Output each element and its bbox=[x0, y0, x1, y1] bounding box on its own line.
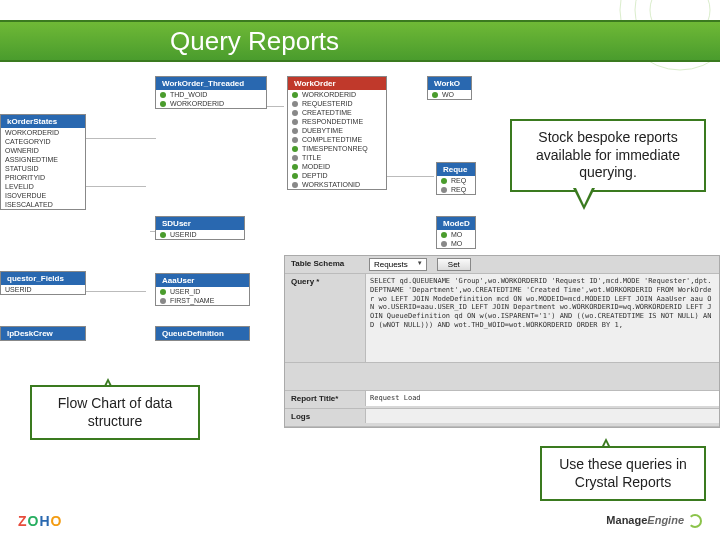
entity-header: AaaUser bbox=[156, 274, 249, 287]
logs-output bbox=[365, 409, 719, 423]
entity-field: FIRST_NAME bbox=[156, 296, 249, 305]
logs-label: Logs bbox=[285, 409, 365, 424]
table-schema-row: Table Schema Requests Set bbox=[285, 256, 719, 274]
entity-questorfields[interactable]: questor_Fields USERID bbox=[0, 271, 86, 295]
report-title-input[interactable]: Request Load bbox=[365, 391, 719, 406]
connector-line bbox=[380, 176, 434, 177]
field-icon bbox=[292, 128, 298, 134]
key-icon bbox=[292, 146, 298, 152]
key-icon bbox=[160, 232, 166, 238]
field-icon bbox=[292, 155, 298, 161]
callout-crystal-reports: Use these queries in Crystal Reports bbox=[540, 446, 706, 501]
entity-field: MODEID bbox=[288, 162, 386, 171]
entity-aaauser[interactable]: AaaUser USER_ID FIRST_NAME bbox=[155, 273, 250, 306]
entity-field: WORKORDERID bbox=[288, 90, 386, 99]
entity-field: WORKSTATIONID bbox=[288, 180, 386, 189]
callout-arrow-icon bbox=[573, 188, 595, 210]
entity-moded[interactable]: ModeD MO MO bbox=[436, 216, 476, 249]
entity-field: STATUSID bbox=[1, 164, 85, 173]
page-title: Query Reports bbox=[170, 26, 339, 57]
entity-field: REQ bbox=[437, 185, 475, 194]
entity-field: CREATEDTIME bbox=[288, 108, 386, 117]
entity-field: RESPONDEDTIME bbox=[288, 117, 386, 126]
entity-field: PRIORITYID bbox=[1, 173, 85, 182]
entity-field: ASSIGNEDTIME bbox=[1, 155, 85, 164]
entity-korderstates[interactable]: kOrderStates WORKORDERID CATEGORYID OWNE… bbox=[0, 114, 86, 210]
swirl-icon bbox=[688, 514, 702, 528]
entity-header: WorkOrder bbox=[288, 77, 386, 90]
entity-workorder[interactable]: WorkOrder WORKORDERID REQUESTERID CREATE… bbox=[287, 76, 387, 190]
key-icon bbox=[292, 173, 298, 179]
connector-line bbox=[86, 291, 146, 292]
entity-field: USERID bbox=[1, 285, 85, 294]
field-icon bbox=[292, 101, 298, 107]
key-icon bbox=[441, 178, 447, 184]
callout-flow-chart: Flow Chart of data structure bbox=[30, 385, 200, 440]
entity-header: lpDeskCrew bbox=[1, 327, 85, 340]
key-icon bbox=[160, 92, 166, 98]
entity-field: DEPTID bbox=[288, 171, 386, 180]
entity-header: ModeD bbox=[437, 217, 475, 230]
entity-field: WORKORDERID bbox=[156, 99, 266, 108]
entity-field: TITLE bbox=[288, 153, 386, 162]
entity-field: THD_WOID bbox=[156, 90, 266, 99]
spacer-row bbox=[285, 363, 719, 391]
entity-field: ISOVERDUE bbox=[1, 191, 85, 200]
entity-workorder-threaded[interactable]: WorkOrder_Threaded THD_WOID WORKORDERID bbox=[155, 76, 267, 109]
connector-line bbox=[86, 186, 146, 187]
key-icon bbox=[292, 164, 298, 170]
entity-reque[interactable]: Reque REQ REQ bbox=[436, 162, 476, 195]
entity-queuedef[interactable]: QueueDefinition bbox=[155, 326, 250, 341]
field-icon bbox=[292, 110, 298, 116]
report-title-label: Report Title* bbox=[285, 391, 365, 406]
entity-header: WorkOrder_Threaded bbox=[156, 77, 266, 90]
entity-field: LEVELID bbox=[1, 182, 85, 191]
entity-header: Reque bbox=[437, 163, 475, 176]
entity-field: OWNERID bbox=[1, 146, 85, 155]
entity-header: questor_Fields bbox=[1, 272, 85, 285]
entity-sduser[interactable]: SDUser USERID bbox=[155, 216, 245, 240]
entity-field: WO bbox=[428, 90, 471, 99]
query-label: Query * bbox=[285, 274, 365, 289]
field-icon bbox=[292, 119, 298, 125]
title-bar: Query Reports bbox=[0, 20, 720, 62]
key-icon bbox=[160, 101, 166, 107]
entity-header: QueueDefinition bbox=[156, 327, 249, 340]
entity-workc[interactable]: WorkO WO bbox=[427, 76, 472, 100]
table-schema-select[interactable]: Requests bbox=[369, 258, 427, 271]
key-icon bbox=[441, 232, 447, 238]
key-icon bbox=[292, 92, 298, 98]
entity-lpdeskcrew[interactable]: lpDeskCrew bbox=[0, 326, 86, 341]
field-icon bbox=[292, 137, 298, 143]
entity-field: COMPLETEDTIME bbox=[288, 135, 386, 144]
entity-field: REQ bbox=[437, 176, 475, 185]
entity-field: CATEGORYID bbox=[1, 137, 85, 146]
entity-header: SDUser bbox=[156, 217, 244, 230]
set-button[interactable]: Set bbox=[437, 258, 471, 271]
connector-line bbox=[86, 138, 156, 139]
report-title-row: Report Title* Request Load bbox=[285, 391, 719, 409]
table-schema-label: Table Schema bbox=[285, 256, 365, 271]
entity-field: REQUESTERID bbox=[288, 99, 386, 108]
query-row: Query * SELECT qd.QUEUENAME 'Group',wo.W… bbox=[285, 274, 719, 363]
manageengine-logo: ManageEngine bbox=[606, 514, 702, 528]
logs-row: Logs bbox=[285, 409, 719, 427]
entity-field: ISESCALATED bbox=[1, 200, 85, 209]
entity-field: WORKORDERID bbox=[1, 128, 85, 137]
key-icon bbox=[432, 92, 438, 98]
key-icon bbox=[160, 289, 166, 295]
entity-field: MO bbox=[437, 239, 475, 248]
entity-header: WorkO bbox=[428, 77, 471, 90]
entity-field: MO bbox=[437, 230, 475, 239]
field-icon bbox=[441, 187, 447, 193]
entity-field: USERID bbox=[156, 230, 244, 239]
callout-stock-reports: Stock bespoke reports available for imme… bbox=[510, 119, 706, 192]
field-icon bbox=[160, 298, 166, 304]
query-panel: Table Schema Requests Set Query * SELECT… bbox=[284, 255, 720, 428]
query-textarea[interactable]: SELECT qd.QUEUENAME 'Group',wo.WORKORDER… bbox=[365, 274, 719, 362]
footer: ZOHO ManageEngine bbox=[0, 508, 720, 534]
field-icon bbox=[441, 241, 447, 247]
entity-header: kOrderStates bbox=[1, 115, 85, 128]
entity-field: DUEBYTIME bbox=[288, 126, 386, 135]
field-icon bbox=[292, 182, 298, 188]
